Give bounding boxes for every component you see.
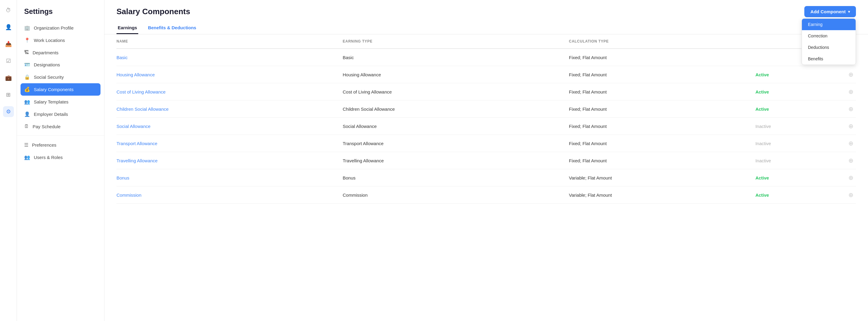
dropdown-arrow-icon: ▾ <box>848 10 850 14</box>
component-name-link[interactable]: Children Social Allowance <box>117 106 169 111</box>
table-row: Housing Allowance Housing Allowance Fixe… <box>117 66 856 83</box>
cell-action: ⊕ <box>823 135 856 152</box>
row-action-icon[interactable]: ⊕ <box>848 105 854 113</box>
sidebar-item-label: Preferences <box>32 142 56 148</box>
col-earning-type: EARNING TYPE <box>343 34 569 49</box>
cell-status: Inactive <box>755 152 823 169</box>
cell-action: ⊕ <box>823 66 856 83</box>
sidebar-item-label: Salary Templates <box>34 99 68 104</box>
tab-benefits-deductions[interactable]: Benefits & Deductions <box>147 22 197 34</box>
cell-calculation-type: Fixed; Flat Amount <box>569 100 755 118</box>
sidebar-item-designations[interactable]: 🪪 Designations <box>17 59 104 71</box>
cell-calculation-type: Fixed; Flat Amount <box>569 66 755 83</box>
cell-status: Active <box>755 66 823 83</box>
sidebar-item-employer-details[interactable]: 👤 Employer Details <box>17 108 104 120</box>
status-badge: Inactive <box>755 158 771 163</box>
row-action-icon[interactable]: ⊕ <box>848 71 854 78</box>
sidebar-item-preferences[interactable]: ☰ Preferences <box>17 139 104 151</box>
sidebar-item-work-locations[interactable]: 📍 Work Locations <box>17 34 104 46</box>
salary-icon: 💰 <box>24 87 30 92</box>
grid-icon[interactable]: ⊞ <box>3 89 14 100</box>
component-name-link[interactable]: Social Allowance <box>117 124 151 129</box>
component-name-link[interactable]: Transport Allowance <box>117 141 157 146</box>
sidebar-item-org-profile[interactable]: 🏢 Organization Profile <box>17 22 104 34</box>
user-icon[interactable]: 👤 <box>3 22 14 33</box>
dropdown-item-earning[interactable]: Earning <box>802 19 856 30</box>
sidebar-item-label: Work Locations <box>34 38 65 43</box>
cell-action: ⊕ <box>823 187 856 204</box>
desig-icon: 🪪 <box>24 62 30 68</box>
table-row: Transport Allowance Transport Allowance … <box>117 135 856 152</box>
component-name-link[interactable]: Bonus <box>117 175 129 181</box>
cell-earning-type: Commission <box>343 187 569 204</box>
table-container: NAME EARNING TYPE CALCULATION TYPE Basic… <box>104 34 868 321</box>
security-icon: 🔒 <box>24 74 30 80</box>
cell-calculation-type: Fixed; Flat Amount <box>569 118 755 135</box>
table-row: Bonus Bonus Variable; Flat Amount Active… <box>117 169 856 187</box>
dropdown-item-correction[interactable]: Correction <box>802 30 856 42</box>
cell-action: ⊕ <box>823 83 856 100</box>
add-component-button[interactable]: Add Component ▾ <box>804 6 856 17</box>
cell-name: Social Allowance <box>117 118 343 135</box>
icon-bar: ⏱ 👤 📥 ☑ 💼 ⊞ ⚙ <box>0 0 17 321</box>
tabs: Earnings Benefits & Deductions <box>117 22 856 34</box>
row-action-icon[interactable]: ⊕ <box>848 88 854 95</box>
cell-earning-type: Basic <box>343 49 569 66</box>
checkbox-icon[interactable]: ☑ <box>3 56 14 66</box>
cell-earning-type: Transport Allowance <box>343 135 569 152</box>
cell-calculation-type: Variable; Flat Amount <box>569 187 755 204</box>
dropdown-item-benefits[interactable]: Benefits <box>802 53 856 65</box>
table-header-row: NAME EARNING TYPE CALCULATION TYPE <box>117 34 856 49</box>
row-action-icon[interactable]: ⊕ <box>848 174 854 181</box>
org-icon: 🏢 <box>24 25 30 31</box>
sidebar-item-label: Employer Details <box>34 111 68 117</box>
inbox-icon[interactable]: 📥 <box>3 39 14 50</box>
cell-status: Active <box>755 169 823 187</box>
table-row: Travelling Allowance Travelling Allowanc… <box>117 152 856 169</box>
cell-status: Active <box>755 83 823 100</box>
cell-action: ⊕ <box>823 169 856 187</box>
clock-icon[interactable]: ⏱ <box>3 5 14 16</box>
dropdown-item-deductions[interactable]: Deductions <box>802 42 856 53</box>
tab-earnings[interactable]: Earnings <box>117 22 138 34</box>
row-action-icon[interactable]: ⊕ <box>848 123 854 130</box>
page-title: Salary Components <box>117 7 190 16</box>
sidebar-item-departments[interactable]: 🏗 Departments <box>17 46 104 59</box>
cell-calculation-type: Fixed; Flat Amount <box>569 135 755 152</box>
component-name-link[interactable]: Housing Allowance <box>117 72 155 77</box>
sidebar-item-users-roles[interactable]: 👥 Users & Roles <box>17 151 104 163</box>
sidebar-item-salary-components[interactable]: 💰 Salary Components <box>21 83 100 96</box>
cell-name: Children Social Allowance <box>117 100 343 118</box>
cell-action: ⊕ <box>823 118 856 135</box>
cell-earning-type: Bonus <box>343 169 569 187</box>
cell-earning-type: Social Allowance <box>343 118 569 135</box>
cell-name: Bonus <box>117 169 343 187</box>
row-action-icon[interactable]: ⊕ <box>848 140 854 147</box>
sidebar-item-social-security[interactable]: 🔒 Social Security <box>17 71 104 83</box>
sidebar-item-label: Organization Profile <box>34 25 74 30</box>
component-name-link[interactable]: Basic <box>117 55 128 60</box>
status-badge: Inactive <box>755 141 771 146</box>
sidebar-item-label: Users & Roles <box>34 155 63 160</box>
cell-calculation-type: Fixed; Flat Amount <box>569 83 755 100</box>
cell-calculation-type: Fixed; Flat Amount <box>569 152 755 169</box>
sidebar-item-label: Social Security <box>34 74 64 79</box>
sidebar-item-pay-schedule[interactable]: 🗓 Pay Schedule <box>17 120 104 132</box>
employer-icon: 👤 <box>24 111 30 117</box>
users-icon: 👥 <box>24 155 30 160</box>
gear-icon[interactable]: ⚙ <box>3 106 14 117</box>
cell-status: Inactive <box>755 118 823 135</box>
row-action-icon[interactable]: ⊕ <box>848 191 854 198</box>
main-header: Salary Components Add Component ▾ Earnin… <box>104 0 868 34</box>
status-badge: Inactive <box>755 124 771 129</box>
component-name-link[interactable]: Commission <box>117 192 142 198</box>
sidebar-item-salary-templates[interactable]: 👥 Salary Templates <box>17 96 104 108</box>
component-name-link[interactable]: Cost of Living Allowance <box>117 89 166 94</box>
cell-action: ⊕ <box>823 152 856 169</box>
component-name-link[interactable]: Travelling Allowance <box>117 158 158 163</box>
row-action-icon[interactable]: ⊕ <box>848 157 854 164</box>
table-row: Children Social Allowance Children Socia… <box>117 100 856 118</box>
sidebar-divider <box>17 135 104 136</box>
cell-action: ⊕ <box>823 100 856 118</box>
bag-icon[interactable]: 💼 <box>3 72 14 83</box>
